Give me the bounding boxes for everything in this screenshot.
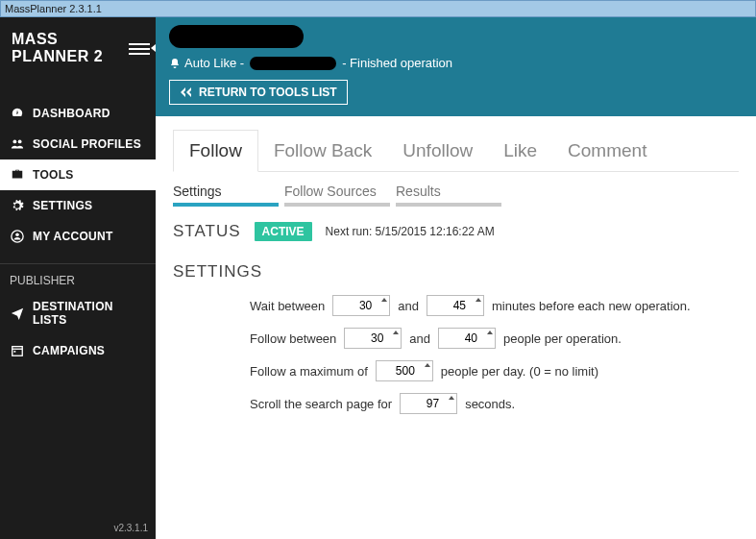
sidebar-item-label: MY ACCOUNT [33, 230, 113, 243]
sidebar-item-destination-lists[interactable]: DESTINATION LISTS [0, 291, 156, 335]
sidebar-item-label: CAMPAIGNS [33, 344, 105, 357]
tabs-sub: Settings Follow Sources Results [173, 180, 739, 207]
sidebar-item-label: SETTINGS [33, 199, 92, 212]
redacted-account-name [169, 25, 304, 48]
menu-toggle-icon[interactable] [129, 40, 150, 56]
svg-rect-4 [12, 347, 23, 356]
setting-label: Follow between [250, 331, 336, 346]
subtab-follow-sources[interactable]: Follow Sources [284, 180, 390, 207]
setting-follow-between: Follow between and people per operation. [250, 328, 739, 349]
return-button-label: RETURN TO TOOLS LIST [199, 86, 337, 99]
app-logo: MASS PLANNER 2 [12, 31, 103, 65]
sidebar-item-social-profiles[interactable]: SOCIAL PROFILES [0, 129, 156, 159]
sidebar-item-settings[interactable]: SETTINGS [0, 190, 156, 221]
setting-label: Follow a maximum of [250, 364, 368, 379]
subtab-results[interactable]: Results [396, 180, 501, 207]
next-run-text: Next run: 5/15/2015 12:16:22 AM [326, 225, 495, 238]
calendar-icon [10, 344, 25, 357]
setting-suffix: people per day. (0 = no limit) [441, 364, 598, 379]
svg-point-0 [12, 139, 16, 143]
setting-scroll: Scroll the search page for seconds. [250, 393, 739, 414]
briefcase-icon [10, 168, 25, 182]
svg-point-3 [15, 233, 19, 237]
users-icon [10, 137, 25, 151]
tab-like[interactable]: Like [488, 131, 552, 171]
setting-label: Scroll the search page for [250, 397, 392, 411]
sidebar-item-my-account[interactable]: MY ACCOUNT [0, 221, 156, 252]
sidebar-item-campaigns[interactable]: CAMPAIGNS [0, 335, 156, 366]
auto-like-suffix: - Finished operation [342, 56, 452, 70]
auto-like-prefix: Auto Like - [184, 56, 244, 70]
setting-follow-max: Follow a maximum of people per day. (0 =… [250, 360, 739, 381]
page-header: Auto Like - - Finished operation RETURN … [156, 17, 756, 116]
bell-icon [169, 58, 181, 69]
version-label: v2.3.1.1 [113, 523, 148, 533]
tab-follow[interactable]: Follow [173, 130, 258, 172]
sidebar-item-tools[interactable]: TOOLS [0, 159, 156, 190]
and-label: and [398, 299, 419, 313]
subtab-settings[interactable]: Settings [173, 180, 279, 207]
and-label: and [409, 331, 430, 346]
setting-suffix: minutes before each new operation. [492, 299, 691, 313]
logo-line2: PLANNER 2 [12, 48, 103, 65]
settings-heading: SETTINGS [173, 262, 739, 282]
sidebar-section-publisher: PUBLISHER [0, 263, 156, 291]
sidebar: MASS PLANNER 2 DASHBOARD SOCIAL PROFILES… [0, 17, 156, 539]
follow-to-input[interactable] [438, 328, 496, 349]
follow-max-input[interactable] [376, 360, 433, 381]
tab-comment[interactable]: Comment [552, 131, 662, 171]
status-label: STATUS [173, 222, 241, 241]
sidebar-item-dashboard[interactable]: DASHBOARD [0, 98, 156, 129]
scroll-seconds-input[interactable] [400, 393, 457, 414]
setting-suffix: people per operation. [503, 331, 622, 346]
redacted-profile [250, 57, 336, 70]
chevrons-left-icon [180, 87, 193, 97]
svg-rect-6 [14, 351, 16, 353]
setting-wait-between: Wait between and minutes before each new… [250, 295, 739, 316]
setting-label: Wait between [250, 299, 325, 313]
tabs-main: Follow Follow Back Unfollow Like Comment [173, 130, 739, 172]
sidebar-item-label: SOCIAL PROFILES [33, 137, 141, 151]
window-titlebar: MassPlanner 2.3.1.1 [0, 0, 756, 17]
wait-to-input[interactable] [427, 295, 484, 316]
speedometer-icon [10, 107, 25, 120]
sidebar-item-label: DASHBOARD [33, 107, 110, 120]
wait-from-input[interactable] [332, 295, 390, 316]
svg-point-1 [18, 139, 22, 143]
logo-line1: MASS [12, 31, 103, 48]
tab-follow-back[interactable]: Follow Back [258, 131, 387, 171]
status-badge: ACTIVE [255, 222, 312, 241]
sidebar-item-label: DESTINATION LISTS [33, 300, 146, 327]
user-circle-icon [10, 230, 25, 243]
window-title: MassPlanner 2.3.1.1 [5, 3, 102, 14]
setting-suffix: seconds. [465, 397, 515, 411]
tab-unfollow[interactable]: Unfollow [387, 131, 488, 171]
return-to-tools-button[interactable]: RETURN TO TOOLS LIST [169, 80, 348, 105]
gear-icon [10, 199, 25, 212]
send-icon [10, 306, 25, 320]
sidebar-item-label: TOOLS [33, 168, 74, 182]
follow-from-input[interactable] [344, 328, 402, 349]
